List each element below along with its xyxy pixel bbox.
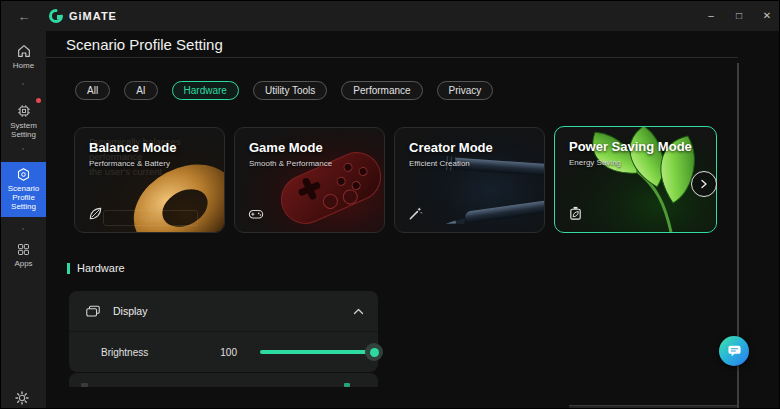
gear-icon (14, 390, 30, 406)
window-controls: – □ ✕ (697, 1, 780, 31)
sidebar-item-apps[interactable]: Apps (1, 242, 46, 268)
page-title: Scenario Profile Setting (66, 36, 223, 53)
main-content: Scenario Profile Setting All AI Hardware… (46, 31, 780, 409)
filter-tabs: All AI Hardware Utility Tools Performanc… (75, 81, 493, 100)
card-title: Balance Mode (89, 140, 176, 155)
sidebar-separator-dot (22, 228, 24, 230)
brightness-row: Brightness 100 (69, 332, 378, 372)
collapse-chevron-button[interactable] (353, 308, 364, 315)
slider-fill (260, 350, 376, 354)
home-icon (16, 43, 32, 59)
card-subtitle: Efficient Creation (409, 159, 470, 168)
filter-tab-ai[interactable]: AI (124, 81, 157, 100)
card-subtitle: Smooth & Performance (249, 159, 332, 168)
chat-assistant-button[interactable] (719, 336, 749, 366)
close-button[interactable]: ✕ (753, 1, 780, 31)
minimize-button[interactable]: – (697, 1, 725, 31)
section-title: Hardware (77, 262, 125, 274)
card-creator-mode[interactable]: Creator Mode Efficient Creation (394, 127, 545, 233)
card-subtitle: Energy Saving (569, 158, 621, 167)
card-title: Power Saving Mode (569, 139, 692, 154)
panel-indicator-clipped (344, 383, 350, 387)
card-balance-mode[interactable]: Dynamically balances performance the use… (74, 127, 225, 233)
card-title: Creator Mode (409, 140, 493, 155)
slider-thumb[interactable] (365, 343, 383, 361)
filter-tab-all[interactable]: All (75, 81, 110, 100)
panel-title: Display (113, 305, 147, 317)
filter-tab-privacy[interactable]: Privacy (437, 81, 494, 100)
sidebar-item-label: Scenario Profile Setting (2, 184, 46, 211)
maximize-button[interactable]: □ (725, 1, 753, 31)
filter-tab-performance[interactable]: Performance (341, 81, 422, 100)
chat-bubble-icon (727, 344, 742, 358)
next-panel-partial[interactable] (69, 373, 378, 387)
filter-tab-utility-tools[interactable]: Utility Tools (253, 81, 327, 100)
sidebar-separator-dot (22, 83, 24, 85)
chevron-up-icon (353, 308, 364, 315)
sidebar-item-home[interactable]: Home (1, 43, 46, 70)
display-panel-header[interactable]: Display (69, 291, 378, 331)
app-logo: GiMATE (49, 9, 117, 23)
card-title: Game Mode (249, 140, 323, 155)
app-name: GiMATE (69, 10, 117, 22)
card-game-mode[interactable]: Game Mode Smooth & Performance (234, 127, 385, 233)
settings-gear-button[interactable] (14, 389, 32, 407)
card-ghost-apply-button: Apply (103, 210, 198, 226)
card-subtitle: Performance & Battery (89, 159, 170, 168)
gimate-app-window: ← GiMATE – □ ✕ Home (0, 0, 780, 409)
chip-icon (16, 103, 32, 119)
carousel-next-button[interactable] (691, 171, 717, 197)
clipped-element-edge (569, 405, 738, 409)
sidebar-item-label: Apps (2, 259, 46, 268)
sidebar-item-scenario-profile-setting[interactable]: Scenario Profile Setting (1, 162, 46, 217)
chevron-right-icon (699, 179, 709, 189)
brightness-slider[interactable] (260, 350, 376, 354)
display-panel: Display Brightness 100 (69, 291, 378, 372)
display-icon (85, 304, 101, 319)
gimate-logo-icon (49, 9, 63, 23)
magic-wand-icon (408, 206, 423, 221)
section-accent-bar (67, 263, 70, 274)
battery-leaf-icon (568, 205, 583, 221)
sidebar: Home System Setting Scenario Profile Set… (1, 31, 46, 409)
apps-grid-icon (16, 242, 31, 257)
title-bar: ← GiMATE – □ ✕ (1, 1, 780, 31)
back-button[interactable]: ← (9, 8, 39, 25)
panel-icon-clipped (81, 383, 88, 387)
brightness-label: Brightness (101, 347, 148, 358)
notification-badge (36, 98, 41, 103)
filter-tab-hardware[interactable]: Hardware (172, 81, 239, 100)
header-divider (46, 57, 738, 58)
sidebar-item-label: Home (2, 61, 46, 70)
scenario-cube-icon (16, 167, 31, 182)
sidebar-item-label: System Setting (2, 121, 46, 139)
gamepad-icon (248, 207, 264, 221)
leaf-balance-icon (88, 206, 103, 221)
brightness-value: 100 (211, 347, 237, 358)
sidebar-separator-dot (22, 148, 24, 150)
sidebar-item-system-setting[interactable]: System Setting (1, 103, 46, 139)
hardware-section-header: Hardware (67, 262, 125, 274)
